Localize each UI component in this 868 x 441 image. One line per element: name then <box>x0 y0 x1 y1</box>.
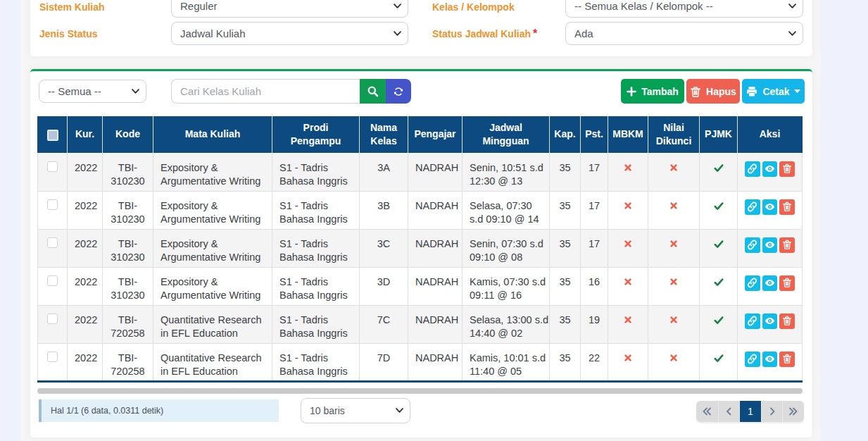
row-link-button[interactable] <box>745 199 760 215</box>
schedule-table: Kur.KodeMata KuliahProdi PengampuNama Ke… <box>37 116 803 383</box>
row-view-button[interactable] <box>762 275 778 291</box>
cell-row-checkbox <box>38 229 68 267</box>
table-row: 2022TBI-720258Quantitative Research in E… <box>38 343 803 381</box>
cross-icon <box>624 163 632 172</box>
row-checkbox[interactable] <box>47 237 58 248</box>
cell-kur: 2022 <box>68 229 103 267</box>
row-link-button[interactable] <box>745 161 760 177</box>
eye-icon <box>765 316 775 326</box>
row-view-button[interactable] <box>762 199 778 215</box>
column-header-nama-kelas: Nama Kelas <box>360 116 408 153</box>
table-card: -- Semua -- Tambah Hapus <box>30 69 812 437</box>
add-button[interactable]: Tambah <box>621 79 684 104</box>
jenis-status-select[interactable]: Jadwal Kuliah <box>171 22 408 45</box>
row-delete-button[interactable] <box>779 313 795 329</box>
column-header-aksi: Aksi <box>738 116 803 153</box>
trash-icon <box>690 86 701 97</box>
print-button[interactable]: Cetak <box>742 79 805 104</box>
row-delete-button[interactable] <box>779 199 795 215</box>
cell-aksi <box>738 229 803 267</box>
cell-pengajar: NADRAH <box>408 191 463 229</box>
pagination-prev-button[interactable] <box>718 401 740 422</box>
cross-icon <box>669 163 678 172</box>
table-info-text: Hal 1/1 (6 data, 0.0311 detik) <box>51 406 163 416</box>
cell-pjmk <box>700 305 738 343</box>
cell-nama-kelas: 3A <box>360 153 408 191</box>
cell-nama-kelas: 3D <box>360 267 408 305</box>
cell-pst: 16 <box>581 267 608 305</box>
kelas-kelompok-select-wrap: -- Semua Kelas / Kelompok -- <box>565 0 803 18</box>
table-row: 2022TBI-310230Expository & Argumentative… <box>38 267 803 305</box>
row-checkbox[interactable] <box>47 313 58 324</box>
cell-pst: 17 <box>581 153 608 191</box>
print-icon <box>746 86 757 97</box>
row-link-button[interactable] <box>745 237 760 253</box>
cell-kode: TBI-310230 <box>103 191 153 229</box>
column-header-pengajar: Pengajar <box>408 116 463 153</box>
cross-icon <box>624 201 632 210</box>
row-delete-button[interactable] <box>779 237 795 253</box>
table-row: 2022TBI-310230Expository & Argumentative… <box>38 153 803 191</box>
page-size-select[interactable]: 10 baris <box>301 398 410 423</box>
eye-icon <box>765 163 775 174</box>
cell-nama-kelas: 7D <box>360 343 408 381</box>
table-info: Hal 1/1 (6 data, 0.0311 detik) <box>39 399 279 422</box>
table-header-row: Kur.KodeMata KuliahProdi PengampuNama Ke… <box>38 116 803 153</box>
row-checkbox[interactable] <box>47 275 58 286</box>
delete-button[interactable]: Hapus <box>686 79 740 104</box>
refresh-button[interactable] <box>386 79 411 104</box>
pagination-first-button[interactable] <box>696 401 718 422</box>
cell-mbkm <box>608 305 648 343</box>
row-link-button[interactable] <box>745 352 760 367</box>
label-sistem-kuliah: Sistem Kuliah <box>39 1 105 13</box>
cell-row-checkbox <box>38 267 68 305</box>
search-button[interactable] <box>360 79 386 104</box>
cell-prodi-pengampu: S1 - Tadris Bahasa Inggris <box>272 305 360 343</box>
label-kelas-kelompok: Kelas / Kelompok <box>432 1 515 13</box>
cell-pjmk <box>700 229 738 267</box>
row-view-button[interactable] <box>762 352 778 367</box>
row-action-buttons <box>745 275 795 291</box>
cell-nama-kelas: 7C <box>360 305 408 343</box>
horizontal-scrollbar-thumb[interactable] <box>37 388 803 394</box>
search-input[interactable] <box>171 79 360 104</box>
row-delete-button[interactable] <box>779 352 795 367</box>
row-view-button[interactable] <box>762 161 778 177</box>
angle-right-icon <box>769 407 775 416</box>
row-link-button[interactable] <box>745 275 760 291</box>
row-delete-button[interactable] <box>779 275 795 291</box>
cell-nilai-dikunci <box>648 343 700 381</box>
pagination-page-1-button[interactable]: 1 <box>739 401 761 422</box>
cross-icon <box>624 278 632 286</box>
pagination-next-button[interactable] <box>761 401 783 422</box>
caret-down-icon <box>794 89 800 93</box>
cell-nilai-dikunci <box>648 229 700 267</box>
row-link-button[interactable] <box>745 313 760 329</box>
row-checkbox[interactable] <box>47 161 58 172</box>
row-delete-button[interactable] <box>779 161 795 177</box>
toolbar-filter-select[interactable]: -- Semua -- <box>39 80 146 103</box>
row-view-button[interactable] <box>762 237 778 253</box>
angle-double-left-icon <box>702 407 712 416</box>
cell-pjmk <box>700 153 738 191</box>
cell-nilai-dikunci <box>648 191 700 229</box>
row-checkbox[interactable] <box>47 352 58 362</box>
pagination-last-button[interactable] <box>782 401 804 422</box>
filter-label-kelas-kelompok: Kelas / Kelompok <box>432 0 515 13</box>
cell-kode: TBI-720258 <box>103 343 153 381</box>
cross-icon <box>624 240 632 248</box>
cell-mbkm <box>608 191 648 229</box>
check-icon <box>714 278 724 287</box>
sistem-kuliah-select[interactable]: Reguler <box>171 0 408 18</box>
print-button-label: Cetak <box>762 86 789 97</box>
row-checkbox[interactable] <box>47 199 58 210</box>
row-view-button[interactable] <box>762 313 778 329</box>
add-button-label: Tambah <box>641 86 679 97</box>
cell-mata-kuliah: Quantitative Research in EFL Education <box>153 305 272 343</box>
kelas-kelompok-select[interactable]: -- Semua Kelas / Kelompok -- <box>565 0 803 18</box>
status-jadwal-select[interactable]: Ada <box>565 22 803 45</box>
column-header-kur: Kur. <box>68 116 103 153</box>
check-icon <box>714 316 724 325</box>
select-all-checkbox[interactable] <box>47 130 58 141</box>
cell-aksi <box>738 153 803 191</box>
